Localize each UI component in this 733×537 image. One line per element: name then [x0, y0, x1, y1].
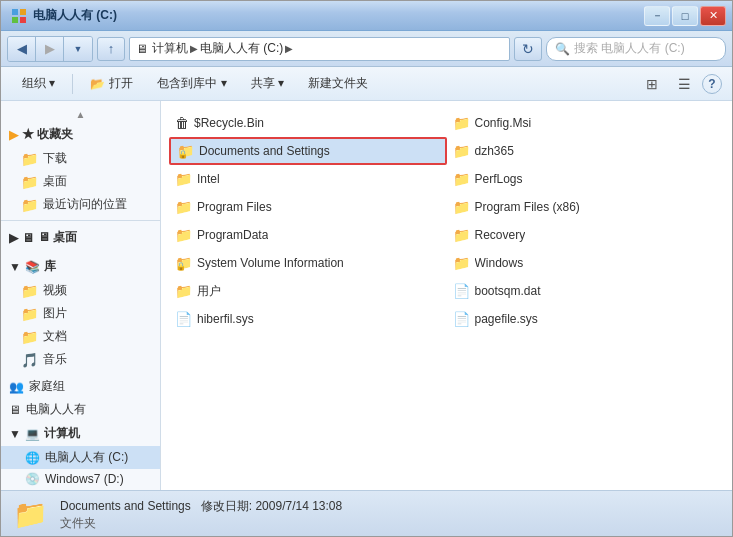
file-item[interactable]: 📁Intel	[169, 165, 447, 193]
status-folder-icon: 📁	[13, 498, 48, 531]
homegroup-icon: 👥	[9, 380, 24, 394]
library-label: 库	[44, 258, 56, 275]
drive-c-icon: 🌐	[25, 451, 40, 465]
computer-header[interactable]: ▼ 💻 计算机	[1, 421, 160, 446]
view-list-button[interactable]: ☰	[670, 71, 698, 97]
refresh-button[interactable]: ↻	[514, 37, 542, 61]
desktop-folder-icon: 📁	[21, 174, 38, 190]
close-button[interactable]: ✕	[700, 6, 726, 26]
locked-folder-icon: 📁🔒	[175, 255, 192, 271]
file-item[interactable]: 📁Windows	[447, 249, 725, 277]
sidebar-item-recent[interactable]: 📁 最近访问的位置	[1, 193, 160, 216]
computer-icon: 💻	[25, 427, 40, 441]
sidebar-item-video[interactable]: 📁 视频	[1, 279, 160, 302]
open-icon: 📂	[90, 77, 105, 91]
favorites-header[interactable]: ▶ ★ 收藏夹	[1, 122, 160, 147]
sidebar-label-music: 音乐	[43, 351, 67, 368]
breadcrumb: 计算机 ▶ 电脑人人有 (C:) ▶	[152, 40, 293, 57]
dropdown-button[interactable]: ▼	[64, 37, 92, 61]
help-button[interactable]: ?	[702, 74, 722, 94]
locked-folder-icon: 📁🔒	[177, 143, 194, 159]
library-arrow: ▼	[9, 260, 21, 274]
computer-section: ▼ 💻 计算机 🌐 电脑人人有 (C:) 💿 Windows7 (D:)	[1, 421, 160, 489]
file-item[interactable]: 📁Program Files (x86)	[447, 193, 725, 221]
file-item[interactable]: 📁🔒 System Volume Information	[169, 249, 447, 277]
sidebar-label-recent: 最近访问的位置	[43, 196, 127, 213]
sidebar-item-desktop[interactable]: 📁 桌面	[1, 170, 160, 193]
computer-label: 计算机	[44, 425, 80, 442]
sidebar-label-video: 视频	[43, 282, 67, 299]
file-item[interactable]: 📁Program Files	[169, 193, 447, 221]
sidebar-item-drive-c[interactable]: 🌐 电脑人人有 (C:)	[1, 446, 160, 469]
library-section: ▼ 📚 库 📁 视频 📁 图片 📁 文档 🎵 音乐	[1, 254, 160, 371]
file-item[interactable]: 📁🔒 Documents and Settings	[169, 137, 447, 165]
sidebar-label-pictures: 图片	[43, 305, 67, 322]
title-bar-left: 电脑人人有 (C:)	[11, 7, 117, 24]
toolbar-right: ⊞ ☰ ?	[638, 71, 722, 97]
file-icon: 📄	[453, 311, 470, 327]
view-grid-button[interactable]: ⊞	[638, 71, 666, 97]
sidebar-item-drive-d[interactable]: 💿 Windows7 (D:)	[1, 469, 160, 489]
search-placeholder: 搜索 电脑人人有 (C:)	[574, 40, 685, 57]
organize-button[interactable]: 组织 ▾	[11, 71, 66, 97]
folder-icon: 📁	[453, 227, 470, 243]
file-name: Windows	[475, 256, 524, 270]
sidebar-item-docs[interactable]: 📁 文档	[1, 325, 160, 348]
share-button[interactable]: 共享 ▾	[240, 71, 295, 97]
status-filetype: 文件夹	[60, 515, 342, 532]
mycomp-icon: 🖥	[9, 403, 21, 417]
desktop-header[interactable]: ▶ 🖥 🖥 桌面	[1, 225, 160, 250]
file-item[interactable]: 📁dzh365	[447, 137, 725, 165]
breadcrumb-computer[interactable]: 计算机	[152, 40, 188, 57]
file-item[interactable]: 📁用户	[169, 277, 447, 305]
breadcrumb-drive[interactable]: 电脑人人有 (C:)	[200, 40, 283, 57]
forward-button[interactable]: ▶	[36, 37, 64, 61]
library-header[interactable]: ▼ 📚 库	[1, 254, 160, 279]
sidebar-item-music[interactable]: 🎵 音乐	[1, 348, 160, 371]
file-name: Documents and Settings	[199, 144, 330, 158]
search-icon: 🔍	[555, 42, 570, 56]
up-button[interactable]: ↑	[97, 37, 125, 61]
file-name: Program Files (x86)	[475, 200, 580, 214]
status-text: Documents and Settings 修改日期: 2009/7/14 1…	[60, 498, 342, 532]
sidebar-item-mycomp[interactable]: 🖥 电脑人人有	[1, 398, 160, 421]
file-item[interactable]: 📄hiberfil.sys	[169, 305, 447, 333]
file-item[interactable]: 📄bootsqm.dat	[447, 277, 725, 305]
sidebar-item-homegroup[interactable]: 👥 家庭组	[1, 375, 160, 398]
address-path[interactable]: 🖥 计算机 ▶ 电脑人人有 (C:) ▶	[129, 37, 510, 61]
file-name: hiberfil.sys	[197, 312, 254, 326]
file-item[interactable]: 📁Config.Msi	[447, 109, 725, 137]
folder-icon: 📁	[175, 227, 192, 243]
file-item[interactable]: 🗑$Recycle.Bin	[169, 109, 447, 137]
file-name: Recovery	[475, 228, 526, 242]
file-name: System Volume Information	[197, 256, 344, 270]
file-name: PerfLogs	[475, 172, 523, 186]
file-item[interactable]: 📁ProgramData	[169, 221, 447, 249]
search-box[interactable]: 🔍 搜索 电脑人人有 (C:)	[546, 37, 726, 61]
recycle-icon: 🗑	[175, 115, 189, 131]
video-icon: 📁	[21, 283, 38, 299]
file-item[interactable]: 📁Recovery	[447, 221, 725, 249]
file-name: $Recycle.Bin	[194, 116, 264, 130]
folder-icon: 📁	[175, 171, 192, 187]
desktop-icon: 🖥	[22, 231, 34, 245]
minimize-button[interactable]: －	[644, 6, 670, 26]
folder-icon: 📁	[453, 255, 470, 271]
include-library-button[interactable]: 包含到库中 ▾	[146, 71, 237, 97]
file-item[interactable]: 📁PerfLogs	[447, 165, 725, 193]
svg-rect-1	[20, 9, 26, 15]
favorites-arrow: ▶	[9, 128, 18, 142]
new-folder-button[interactable]: 新建文件夹	[297, 71, 379, 97]
file-item[interactable]: 📄pagefile.sys	[447, 305, 725, 333]
nav-button-group: ◀ ▶ ▼	[7, 36, 93, 62]
sidebar-label-download: 下载	[43, 150, 67, 167]
sidebar-item-download[interactable]: 📁 下载	[1, 147, 160, 170]
maximize-button[interactable]: □	[672, 6, 698, 26]
drive-d-icon: 💿	[25, 472, 40, 486]
file-list: 🗑$Recycle.Bin📁Config.Msi 📁🔒 Documents an…	[161, 101, 732, 490]
back-button[interactable]: ◀	[8, 37, 36, 61]
open-button[interactable]: 📂 打开	[79, 71, 144, 97]
sidebar-item-pictures[interactable]: 📁 图片	[1, 302, 160, 325]
download-icon: 📁	[21, 151, 38, 167]
folder-icon: 📁	[453, 199, 470, 215]
